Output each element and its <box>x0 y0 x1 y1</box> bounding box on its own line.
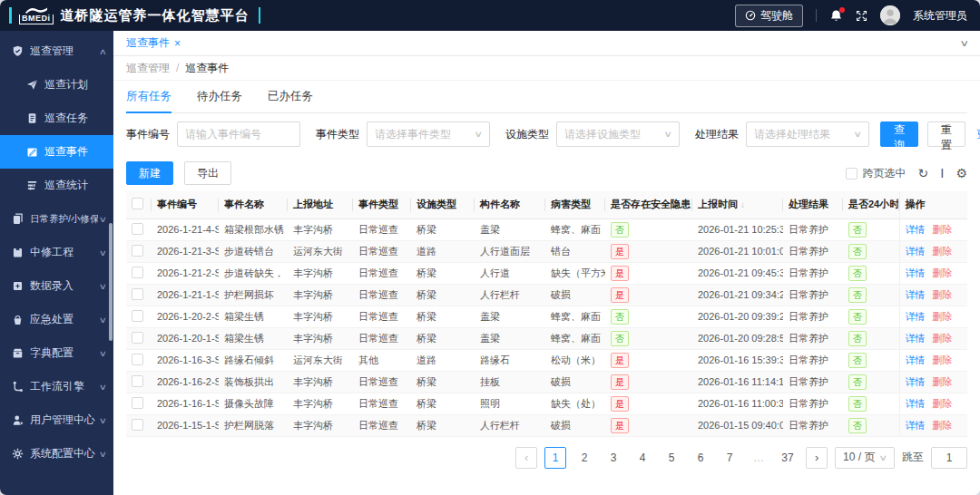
app-logo: BMEDi <box>19 6 54 24</box>
delete-link[interactable]: 删除 <box>933 398 953 409</box>
select-all-checkbox[interactable] <box>132 198 143 209</box>
sort-down-icon[interactable]: ↓ <box>740 199 745 209</box>
fullscreen-icon[interactable] <box>856 10 867 22</box>
row-checkbox[interactable] <box>132 419 143 431</box>
avatar[interactable] <box>880 5 900 25</box>
delete-link[interactable]: 删除 <box>933 224 953 235</box>
row-checkbox[interactable] <box>132 332 143 344</box>
detail-link[interactable]: 详情 <box>906 354 926 365</box>
density-icon[interactable]: Ⅰ <box>940 167 944 180</box>
tab-all-tasks[interactable]: 所有任务 <box>126 89 172 112</box>
sidebar-item[interactable]: 巡查统计 <box>0 169 113 202</box>
sidebar-item[interactable]: 应急处置∨ <box>0 303 113 336</box>
detail-link[interactable]: 详情 <box>906 224 926 235</box>
tab-todo-tasks[interactable]: 待办任务 <box>197 89 242 112</box>
tab-list-chevron-icon[interactable]: ∨ <box>959 38 969 48</box>
settings-gear-icon[interactable]: ⚙ <box>956 167 967 180</box>
sidebar-item[interactable]: 巡查事件 <box>0 135 113 169</box>
reset-button[interactable]: 重置 <box>927 121 965 147</box>
export-button[interactable]: 导出 <box>184 161 231 185</box>
delete-link[interactable]: 删除 <box>933 333 953 344</box>
delete-link[interactable]: 删除 <box>933 311 953 322</box>
sidebar-item[interactable]: 工作流引擎∨ <box>0 370 113 403</box>
page-number[interactable]: 4 <box>632 447 653 469</box>
sidebar-item-label: 字典配置 <box>30 345 98 361</box>
sidebar-item[interactable]: 系统配置中心∨ <box>0 437 113 471</box>
sidebar-item[interactable]: 用户管理中心∨ <box>0 403 113 437</box>
column-header: 上报地址 <box>288 191 353 218</box>
row-checkbox[interactable] <box>132 288 143 300</box>
delete-link[interactable]: 删除 <box>933 289 953 300</box>
table-row: 2026-1-20-2-SJ箱梁生锈丰字沟桥日常巡查桥梁盖梁蜂窝、麻面否2026… <box>126 306 967 327</box>
jump-page-input[interactable] <box>931 447 967 469</box>
result-select[interactable]: 请选择处理结果 ∨ <box>746 121 869 147</box>
delete-link[interactable]: 删除 <box>933 246 953 257</box>
open-tab-active[interactable]: 巡查事件 × <box>126 35 181 51</box>
page-number[interactable]: 2 <box>573 447 595 469</box>
new-button[interactable]: 新建 <box>126 161 173 185</box>
detail-link[interactable]: 详情 <box>906 420 926 431</box>
sidebar-item[interactable]: 日常养护/小修保养∨ <box>0 202 113 236</box>
page-number[interactable]: 6 <box>690 447 711 469</box>
detail-link[interactable]: 详情 <box>906 311 926 322</box>
sidebar-item[interactable]: 字典配置∨ <box>0 336 113 370</box>
row-checkbox[interactable] <box>132 267 143 278</box>
chevron-down-icon: ∨ <box>99 282 107 291</box>
detail-link[interactable]: 详情 <box>906 246 926 257</box>
close-icon[interactable]: × <box>174 37 181 50</box>
sidebar-item[interactable]: 巡查任务 <box>0 102 113 135</box>
page-number[interactable]: 3 <box>603 447 624 469</box>
delete-link[interactable]: 删除 <box>933 267 953 278</box>
event-no-input[interactable] <box>177 121 300 147</box>
cell-name: 步道砖缺失， <box>224 267 284 278</box>
delete-link[interactable]: 删除 <box>933 420 953 431</box>
detail-link[interactable]: 详情 <box>906 267 926 278</box>
cockpit-button[interactable]: 驾驶舱 <box>735 5 803 27</box>
cell-ftype: 道路 <box>416 246 436 257</box>
username[interactable]: 系统管理员 <box>913 8 967 24</box>
next-page-button[interactable]: › <box>806 447 828 469</box>
row-checkbox[interactable] <box>132 375 143 387</box>
cell-etype: 日常巡查 <box>358 224 398 235</box>
delete-link[interactable]: 删除 <box>933 376 953 387</box>
notification-bell-icon[interactable] <box>829 9 843 23</box>
cell-no: 2026-1-21-2-SJ <box>157 267 219 278</box>
refresh-icon[interactable]: ↻ <box>918 167 929 180</box>
prev-page-button[interactable]: ‹ <box>515 447 537 469</box>
sidebar-item[interactable]: 数据录入∨ <box>0 269 113 303</box>
sidebar-item-label: 巡查统计 <box>44 178 106 193</box>
cross-page-checkbox[interactable] <box>846 168 858 180</box>
h24-tag: 否 <box>848 331 867 346</box>
breadcrumb-parent[interactable]: 巡查管理 <box>126 61 170 76</box>
row-checkbox[interactable] <box>132 245 143 257</box>
chevron-down-icon: ∨ <box>99 248 107 257</box>
detail-link[interactable]: 详情 <box>906 376 926 387</box>
sidebar-item[interactable]: 巡查管理∧ <box>0 34 113 68</box>
page-title: 道桥隧运管养一体化智慧平台 <box>61 7 250 24</box>
detail-link[interactable]: 详情 <box>906 333 926 344</box>
sidebar-item[interactable]: 中修工程∨ <box>0 236 113 269</box>
more-link[interactable]: 更多 <box>976 127 980 142</box>
event-no-label: 事件编号 <box>126 127 170 142</box>
detail-link[interactable]: 详情 <box>906 289 926 300</box>
page-number[interactable]: 7 <box>719 447 740 469</box>
page-number[interactable]: 1 <box>544 447 566 469</box>
row-checkbox[interactable] <box>132 397 143 409</box>
query-button[interactable]: 查询 <box>880 121 918 147</box>
cell-etype: 其他 <box>358 354 378 365</box>
event-type-select[interactable]: 请选择事件类型 ∨ <box>367 121 490 147</box>
cell-time: 2026-01-20 09:28:51 <box>698 333 783 344</box>
page-number[interactable]: 37 <box>777 447 799 469</box>
detail-link[interactable]: 详情 <box>906 398 926 409</box>
sidebar-scrollbar[interactable] <box>109 223 113 341</box>
delete-link[interactable]: 删除 <box>933 354 953 365</box>
cell-addr: 丰字沟桥 <box>293 333 333 344</box>
row-checkbox[interactable] <box>132 310 143 322</box>
page-size-select[interactable]: 10 / 页 ∨ <box>835 447 895 469</box>
sidebar-item[interactable]: 巡查计划 <box>0 68 113 102</box>
tab-done-tasks[interactable]: 已办任务 <box>268 89 313 112</box>
row-checkbox[interactable] <box>132 223 143 235</box>
page-number[interactable]: 5 <box>661 447 682 469</box>
facility-type-select[interactable]: 请选择设施类型 ∨ <box>556 121 680 147</box>
row-checkbox[interactable] <box>132 354 143 365</box>
